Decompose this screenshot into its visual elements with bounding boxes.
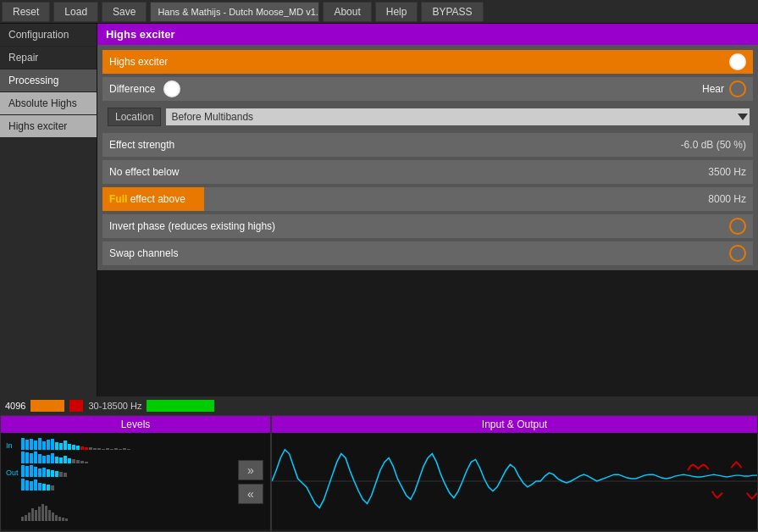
svg-rect-4 (34, 441, 37, 450)
svg-rect-24 (119, 449, 122, 450)
save-button[interactable]: Save (102, 2, 147, 22)
svg-rect-47 (34, 467, 37, 477)
no-effect-below-label: No effect below (109, 166, 180, 178)
svg-rect-38 (68, 458, 71, 463)
highs-exciter-row: Highs exciter (102, 50, 753, 74)
svg-rect-10 (59, 443, 63, 450)
sidebar: Configuration Repair Processing Absolute… (0, 24, 97, 396)
full-effect-above-value: 8000 Hz (708, 193, 746, 205)
svg-rect-29 (30, 453, 33, 463)
waveform-content (272, 433, 757, 529)
svg-rect-9 (55, 442, 58, 450)
transport-red-indicator (69, 400, 83, 412)
hear-toggle[interactable] (729, 80, 746, 97)
bottom-section: 4096 30-18500 Hz Levels In (0, 396, 758, 532)
sidebar-item-absolute-highs[interactable]: Absolute Highs (0, 92, 97, 115)
svg-rect-50 (47, 469, 50, 477)
no-effect-below-row: No effect below 3500 Hz (102, 160, 753, 184)
svg-rect-65 (28, 513, 30, 521)
svg-rect-63 (21, 517, 24, 521)
main-layout: Configuration Repair Processing Absolute… (0, 24, 758, 396)
transport-bar: 4096 30-18500 Hz (0, 396, 758, 415)
svg-rect-27 (21, 452, 25, 463)
svg-rect-25 (123, 448, 126, 450)
swap-channels-toggle[interactable] (729, 245, 746, 262)
no-effect-below-value: 3500 Hz (708, 166, 746, 178)
sidebar-item-highs-exciter[interactable]: Highs exciter (0, 115, 97, 138)
transport-green-indicator (147, 400, 214, 412)
svg-rect-20 (102, 449, 105, 450)
svg-rect-52 (55, 471, 58, 477)
svg-text:Out: Out (6, 468, 19, 477)
svg-rect-62 (51, 485, 54, 490)
svg-rect-35 (55, 457, 58, 463)
panel-area: Highs exciter Highs exciter Difference H… (97, 24, 758, 396)
svg-rect-16 (85, 447, 88, 450)
svg-rect-1 (21, 438, 25, 450)
svg-rect-23 (114, 448, 118, 450)
svg-rect-31 (38, 454, 41, 463)
svg-rect-58 (34, 479, 37, 490)
levels-content: In (1, 433, 270, 529)
svg-rect-68 (38, 507, 41, 521)
svg-rect-45 (25, 466, 29, 477)
svg-rect-15 (80, 446, 84, 450)
svg-rect-56 (25, 480, 29, 490)
nav-forward-button[interactable]: » (238, 460, 263, 480)
difference-label: Difference (109, 83, 155, 95)
svg-rect-69 (41, 504, 44, 521)
hear-section: Hear (702, 80, 746, 97)
svg-rect-19 (97, 448, 101, 450)
svg-rect-76 (65, 518, 68, 521)
waveform-title: Input & Output (272, 416, 757, 433)
svg-rect-49 (42, 468, 46, 477)
reset-button[interactable]: Reset (2, 2, 50, 22)
levels-panel: Levels In (0, 415, 271, 532)
panel-content: Highs exciter Difference Hear Location (97, 45, 758, 270)
waveform-svg (272, 433, 757, 529)
svg-rect-18 (93, 448, 97, 450)
svg-rect-74 (58, 517, 61, 521)
location-select[interactable]: Before Multibands After Multibands After… (166, 108, 750, 125)
buffer-bar (30, 400, 64, 412)
help-button[interactable]: Help (375, 2, 418, 22)
preset-name: Hans & Mathijs - Dutch Moose_MD v1.6 (150, 2, 319, 22)
svg-rect-7 (47, 440, 50, 450)
invert-phase-toggle[interactable] (729, 218, 746, 235)
difference-toggle[interactable] (163, 80, 180, 97)
svg-rect-54 (64, 473, 67, 477)
sidebar-item-repair[interactable]: Repair (0, 47, 97, 69)
difference-row: Difference Hear (102, 77, 753, 101)
nav-buttons: » « (238, 460, 263, 504)
svg-rect-13 (72, 445, 75, 450)
svg-rect-64 (25, 515, 27, 521)
svg-rect-57 (30, 481, 33, 490)
invert-phase-label: Invert phase (reduces existing highs) (109, 220, 275, 232)
svg-rect-28 (25, 452, 29, 463)
nav-back-button[interactable]: « (238, 484, 263, 504)
hear-label: Hear (702, 83, 724, 95)
svg-text:In: In (6, 441, 13, 450)
svg-rect-60 (42, 484, 46, 490)
waveform-panel: Input & Output (271, 415, 758, 532)
levels-title: Levels (1, 416, 270, 433)
svg-rect-33 (47, 455, 50, 463)
svg-rect-39 (72, 459, 75, 463)
location-row: Location Before Multibands After Multiba… (102, 104, 753, 130)
sidebar-item-configuration[interactable]: Configuration (0, 24, 97, 47)
svg-rect-46 (30, 465, 33, 477)
svg-rect-75 (62, 518, 64, 521)
buffer-size-value: 4096 (5, 401, 25, 411)
about-button[interactable]: About (323, 2, 371, 22)
bypass-button[interactable]: BYPASS (421, 2, 483, 22)
sidebar-item-processing[interactable]: Processing (0, 69, 97, 92)
highs-exciter-toggle[interactable] (729, 53, 746, 70)
svg-rect-26 (127, 449, 130, 450)
svg-rect-42 (85, 462, 88, 463)
full-effect-above-row: Full effect above 8000 Hz (102, 187, 753, 211)
svg-rect-66 (31, 508, 34, 521)
svg-rect-72 (52, 513, 54, 521)
load-button[interactable]: Load (53, 2, 98, 22)
svg-rect-40 (76, 460, 80, 463)
effect-strength-label: Effect strength (109, 139, 174, 151)
